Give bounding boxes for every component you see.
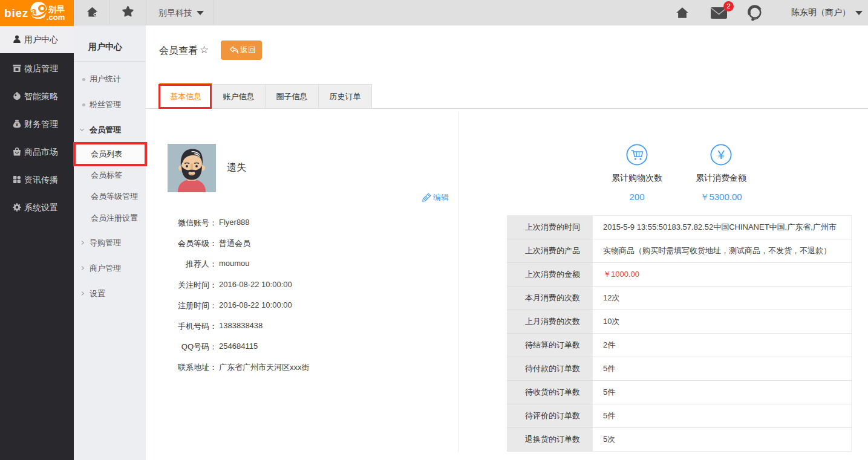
svg-text:.com: .com <box>47 13 65 22</box>
svg-text:biez: biez <box>4 7 28 19</box>
svg-text:¥: ¥ <box>717 148 725 161</box>
svg-text:a: a <box>31 5 37 16</box>
svg-text:¥: ¥ <box>16 123 18 127</box>
